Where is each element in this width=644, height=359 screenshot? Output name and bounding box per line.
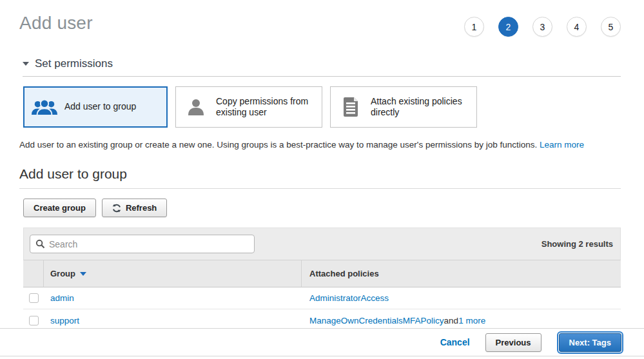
table-search-bar: Showing 2 results <box>23 228 621 260</box>
next-tags-button[interactable]: Next: Tags <box>559 333 622 352</box>
card-label: Copy permissions from existing user <box>216 96 322 119</box>
step-5: 5 <box>601 17 621 37</box>
refresh-button[interactable]: Refresh <box>102 199 167 217</box>
group-toolbar: Create group Refresh <box>23 199 621 217</box>
card-add-user-to-group[interactable]: Add user to group <box>23 86 168 128</box>
next-label: Next: Tags <box>569 338 612 347</box>
description-text: Add user to an existing group or create … <box>19 140 537 150</box>
set-permissions-title: Set permissions <box>35 57 113 70</box>
card-copy-permissions[interactable]: Copy permissions from existing user <box>175 86 322 128</box>
page-header: Add user 1 2 3 4 5 <box>19 0 621 37</box>
groups-table: Showing 2 results Group Attached policie… <box>23 228 621 332</box>
results-count: Showing 2 results <box>542 239 614 249</box>
step-3: 3 <box>532 17 552 37</box>
card-label: Add user to group <box>64 101 141 113</box>
wizard-footer: Cancel Previous Next: Tags <box>0 328 644 356</box>
policy-link[interactable]: ManageOwnCredentialsMFAPolicy <box>309 316 444 325</box>
previous-label: Previous <box>496 338 531 347</box>
create-group-button[interactable]: Create group <box>23 199 96 217</box>
refresh-label: Refresh <box>126 203 157 213</box>
permission-option-cards: Add user to group Copy permissions from … <box>23 86 621 128</box>
table-header-row: Group Attached policies <box>23 260 621 287</box>
policy-connector: and <box>444 316 459 325</box>
column-header-attached-policies[interactable]: Attached policies <box>309 269 379 278</box>
row-checkbox[interactable] <box>29 316 39 325</box>
wizard-steps: 1 2 3 4 5 <box>464 17 621 37</box>
document-icon <box>331 97 371 117</box>
group-link[interactable]: admin <box>50 293 74 303</box>
group-section-title: Add user to group <box>19 166 621 189</box>
user-icon <box>176 97 216 117</box>
search-icon <box>35 239 45 249</box>
search-input[interactable] <box>49 239 249 249</box>
refresh-icon <box>112 204 121 213</box>
create-group-label: Create group <box>34 203 86 213</box>
step-1: 1 <box>464 17 484 37</box>
set-permissions-header[interactable]: Set permissions <box>23 57 621 77</box>
step-2-active: 2 <box>498 17 518 37</box>
collapse-caret-icon <box>23 62 29 66</box>
table-row-admin: admin AdministratorAccess <box>23 287 621 309</box>
sort-descending-icon[interactable] <box>80 272 86 276</box>
row-checkbox[interactable] <box>29 293 39 303</box>
search-box[interactable] <box>30 235 255 253</box>
section-description: Add user to an existing group or create … <box>19 140 621 150</box>
card-attach-policies[interactable]: Attach existing policies directly <box>330 86 477 128</box>
learn-more-link[interactable]: Learn more <box>540 140 584 150</box>
policy-link[interactable]: AdministratorAccess <box>309 293 389 303</box>
cancel-button[interactable]: Cancel <box>440 337 470 347</box>
column-header-group[interactable]: Group <box>50 269 75 278</box>
more-policies-link[interactable]: 1 more <box>458 316 485 325</box>
header-checkbox-cell <box>23 260 44 287</box>
previous-button[interactable]: Previous <box>485 333 542 352</box>
page-title: Add user <box>19 13 93 34</box>
next-button-focus-ring: Next: Tags <box>557 331 624 354</box>
group-link[interactable]: support <box>50 316 79 325</box>
step-4: 4 <box>567 17 587 37</box>
card-label: Attach existing policies directly <box>371 96 476 119</box>
user-group-icon <box>24 99 64 116</box>
